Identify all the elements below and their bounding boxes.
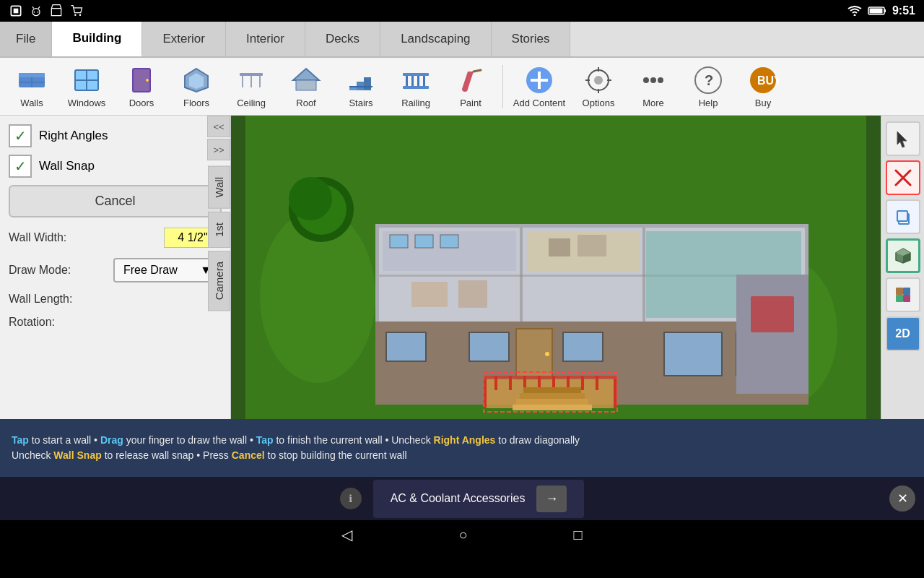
- svg-rect-99: [513, 405, 592, 410]
- tool-ceiling[interactable]: Ceiling: [225, 61, 277, 113]
- drag1: Drag: [100, 434, 123, 446]
- material-icon: [893, 285, 913, 305]
- tab-landscaping[interactable]: Landscaping: [380, 22, 491, 56]
- tool-stairs[interactable]: Stairs: [335, 61, 387, 113]
- delete-button[interactable]: [886, 160, 920, 195]
- ad-content: AC & Coolant Accessories →: [373, 480, 585, 518]
- wall-snap-checkbox[interactable]: ✓: [9, 155, 32, 178]
- material-button[interactable]: [886, 277, 920, 312]
- tool-more[interactable]: More: [627, 61, 679, 113]
- draw-mode-value: Free Draw: [123, 264, 178, 277]
- 2d-toggle-button[interactable]: 2D: [886, 316, 920, 351]
- svg-rect-82: [563, 332, 603, 361]
- svg-rect-89: [614, 376, 616, 408]
- options-icon: [583, 64, 614, 96]
- canvas-area[interactable]: [231, 116, 881, 419]
- tool-add-content[interactable]: Add Content: [509, 61, 570, 113]
- instruction-text: Tap to start a wall • Drag your finger t…: [12, 433, 580, 463]
- inst-text1: to start a wall •: [32, 434, 100, 446]
- svg-rect-80: [386, 332, 426, 361]
- tool-buy[interactable]: BUY Buy: [737, 61, 789, 113]
- draw-mode-dropdown[interactable]: Free Draw ▼: [113, 258, 222, 282]
- svg-text:BUY: BUY: [757, 74, 779, 87]
- right-angles-label: Right Angles: [39, 129, 108, 143]
- roof-label: Roof: [296, 98, 315, 108]
- cancel-hint: Cancel: [232, 449, 265, 461]
- svg-point-7: [74, 14, 77, 17]
- main-area: ✓ Right Angles ✓ Wall Snap Cancel Wall W…: [0, 116, 924, 419]
- windows-label: Windows: [68, 98, 106, 108]
- tool-paint[interactable]: Paint: [445, 61, 497, 113]
- wall-tab[interactable]: Wall: [208, 166, 230, 209]
- recent-button[interactable]: □: [573, 527, 582, 543]
- help-icon: ?: [692, 64, 724, 96]
- svg-rect-81: [469, 332, 509, 361]
- cursor-button[interactable]: [886, 121, 920, 156]
- tab-decks[interactable]: Decks: [305, 22, 380, 56]
- toolbar: Walls Windows Doors Floors Ceiling Roof: [0, 58, 924, 116]
- collapse-up-btn[interactable]: <<: [207, 116, 230, 137]
- ad-title: AC & Coolant Accessories: [391, 492, 526, 505]
- stairs-label: Stairs: [349, 98, 372, 108]
- ceiling-icon: [235, 64, 267, 96]
- tool-floors[interactable]: Floors: [170, 61, 222, 113]
- home-button[interactable]: ○: [458, 527, 467, 543]
- tab-exterior[interactable]: Exterior: [142, 22, 226, 56]
- buy-icon: BUY: [747, 64, 779, 96]
- tab-interior[interactable]: Interior: [226, 22, 305, 56]
- wall-length-row: Wall Length:: [9, 293, 222, 306]
- ad-close-button[interactable]: ✕: [889, 486, 915, 512]
- tool-options[interactable]: Options: [572, 61, 624, 113]
- svg-rect-98: [596, 376, 598, 390]
- ad-info-button[interactable]: ℹ: [340, 488, 362, 509]
- tab-building[interactable]: Building: [52, 22, 142, 56]
- svg-rect-91: [494, 376, 497, 390]
- wifi-icon: [847, 6, 862, 16]
- svg-line-40: [474, 70, 481, 72]
- tool-roof[interactable]: Roof: [280, 61, 332, 113]
- svg-point-9: [853, 14, 855, 17]
- railing-icon: [400, 64, 432, 96]
- cursor-icon: [893, 129, 913, 149]
- ad-arrow-button[interactable]: →: [536, 486, 567, 512]
- right-angles-checkbox[interactable]: ✓: [9, 124, 32, 147]
- svg-rect-32: [364, 77, 371, 90]
- tool-windows[interactable]: Windows: [61, 61, 113, 113]
- svg-point-6: [38, 12, 39, 13]
- svg-rect-109: [458, 280, 487, 308]
- svg-marker-28: [293, 69, 319, 80]
- collapse-down-btn[interactable]: >>: [207, 139, 230, 160]
- wall-snap-hint: Wall Snap: [53, 449, 101, 461]
- 3d-object-icon: [893, 246, 913, 266]
- inst-text3: to finish the current wall • Uncheck: [276, 434, 433, 446]
- tool-walls[interactable]: Walls: [6, 61, 58, 113]
- svg-rect-1: [14, 9, 19, 14]
- tab-file[interactable]: File: [0, 22, 52, 56]
- svg-rect-108: [411, 282, 448, 307]
- walls-label: Walls: [20, 98, 43, 108]
- wall-width-row: Wall Width: 4 1/2": [9, 228, 222, 248]
- svg-line-3: [32, 7, 34, 9]
- buy-label: Buy: [755, 98, 771, 108]
- tool-help[interactable]: ? Help: [682, 61, 734, 113]
- stairs-icon: [345, 64, 377, 96]
- android-icon: [29, 4, 43, 18]
- phone-icon: [9, 4, 23, 18]
- copy-button[interactable]: [886, 199, 920, 234]
- back-button[interactable]: ◁: [341, 526, 352, 543]
- tab-stories[interactable]: Stories: [492, 22, 571, 56]
- first-tab[interactable]: 1st: [208, 212, 230, 248]
- svg-rect-102: [523, 387, 581, 393]
- svg-rect-92: [509, 376, 512, 390]
- svg-point-2: [32, 9, 40, 16]
- right-angles-row: ✓ Right Angles: [9, 124, 222, 147]
- camera-tab[interactable]: Camera: [208, 251, 230, 311]
- right-toolbar: 2D: [881, 116, 924, 419]
- more-icon: [637, 64, 669, 96]
- svg-point-5: [34, 12, 35, 13]
- svg-rect-34: [403, 73, 429, 76]
- tool-doors[interactable]: Doors: [116, 61, 167, 113]
- 3d-object-button[interactable]: [886, 238, 920, 273]
- tool-railing[interactable]: Railing: [390, 61, 442, 113]
- cancel-button[interactable]: Cancel: [9, 185, 222, 217]
